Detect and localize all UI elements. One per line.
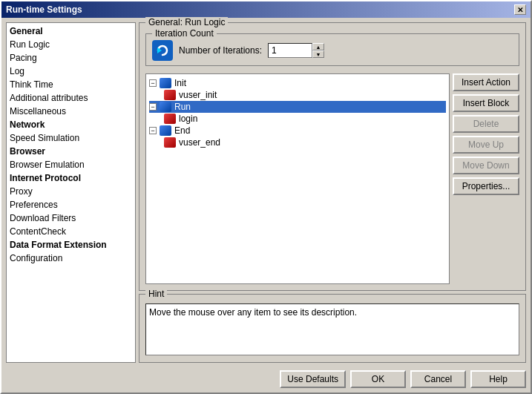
logic-tree-row-run[interactable]: − Run <box>149 101 446 113</box>
iteration-group: Iteration Count Number of Iterations: <box>145 33 519 66</box>
logic-buttons: Insert Action Insert Block Delete Move U… <box>453 73 519 284</box>
title-bar-buttons: ✕ <box>514 4 526 15</box>
init-label: Init <box>174 78 186 88</box>
sidebar-item-proxy[interactable]: Proxy <box>7 185 135 198</box>
logic-tree[interactable]: − Init vuser_init − <box>145 73 450 284</box>
main-window: Run-time Settings ✕ General Run Logic Pa… <box>0 0 532 394</box>
sidebar-item-network[interactable]: Network <box>7 118 135 131</box>
hint-group: Hint Move the mouse over any item to see… <box>139 294 526 363</box>
sidebar-item-preferences[interactable]: Preferences <box>7 198 135 211</box>
logic-tree-row-end[interactable]: − End <box>149 125 446 137</box>
title-bar: Run-time Settings ✕ <box>1 1 531 18</box>
sidebar-item-general[interactable]: General <box>7 24 135 38</box>
init-block-icon <box>160 78 171 88</box>
window-title: Run-time Settings <box>6 4 82 15</box>
sidebar-item-data-format-extension[interactable]: Data Format Extension <box>7 238 135 252</box>
run-label: Run <box>174 102 191 112</box>
sidebar-item-internet-protocol[interactable]: Internet Protocol <box>7 171 135 185</box>
sidebar-item-miscellaneous[interactable]: Miscellaneous <box>7 105 135 118</box>
delete-button[interactable]: Delete <box>453 115 519 133</box>
iteration-row: Number of Iterations: ▲ ▼ <box>152 40 513 61</box>
insert-action-button[interactable]: Insert Action <box>453 73 519 91</box>
hint-textarea: Move the mouse over any item to see its … <box>145 303 519 355</box>
vuser-end-icon <box>164 137 176 148</box>
properties-button[interactable]: Properties... <box>453 177 519 195</box>
svg-rect-0 <box>152 40 173 61</box>
logic-tree-row-login[interactable]: login <box>149 113 446 125</box>
logic-tree-row-init[interactable]: − Init <box>149 77 446 89</box>
close-button[interactable]: ✕ <box>514 4 526 15</box>
bottom-buttons: Use Defaults OK Cancel Help <box>6 367 526 388</box>
iterations-label: Number of Iterations: <box>179 45 262 56</box>
window-body: General Run Logic Pacing Log Think Time … <box>1 18 531 393</box>
iterations-input[interactable] <box>268 43 312 58</box>
move-up-button[interactable]: Move Up <box>453 136 519 154</box>
sidebar-item-browser-emulation[interactable]: Browser Emulation <box>7 158 135 171</box>
spinner-up[interactable]: ▲ <box>312 43 324 50</box>
hint-group-title: Hint <box>145 289 167 299</box>
iteration-group-title: Iteration Count <box>152 28 217 39</box>
run-logic-title: General: Run Logic <box>145 17 228 27</box>
vuser-end-label: vuser_end <box>179 137 220 148</box>
sidebar-item-pacing[interactable]: Pacing <box>7 51 135 65</box>
left-panel-tree: General Run Logic Pacing Log Think Time … <box>6 22 136 363</box>
end-block-icon <box>160 125 171 136</box>
expand-init-icon[interactable]: − <box>149 79 157 87</box>
run-block-icon <box>160 102 171 112</box>
sidebar-item-contentcheck[interactable]: ContentCheck <box>7 225 135 238</box>
sidebar-item-run-logic[interactable]: Run Logic <box>7 38 135 51</box>
login-icon <box>164 114 176 124</box>
right-panel: General: Run Logic Iteration Count <box>139 22 526 363</box>
expand-run-icon[interactable]: − <box>149 103 157 111</box>
insert-block-button[interactable]: Insert Block <box>453 94 519 112</box>
iteration-logo-icon <box>152 40 173 61</box>
run-logic-group: General: Run Logic Iteration Count <box>139 22 526 291</box>
ok-button[interactable]: OK <box>350 370 406 388</box>
logic-area: − Init vuser_init − <box>145 73 519 284</box>
sidebar-item-log[interactable]: Log <box>7 65 135 78</box>
use-defaults-button[interactable]: Use Defaults <box>280 370 346 388</box>
vuser-init-label: vuser_init <box>179 90 217 100</box>
spinner-down[interactable]: ▼ <box>312 50 324 58</box>
vuser-init-icon <box>164 90 176 100</box>
sidebar-item-think-time[interactable]: Think Time <box>7 78 135 91</box>
sidebar-item-download-filters[interactable]: Download Filters <box>7 211 135 225</box>
sidebar-item-speed-simulation[interactable]: Speed Simulation <box>7 131 135 145</box>
main-content: General Run Logic Pacing Log Think Time … <box>6 22 526 363</box>
cancel-button[interactable]: Cancel <box>410 370 466 388</box>
end-label: End <box>174 125 190 136</box>
sidebar-item-configuration[interactable]: Configuration <box>7 252 135 265</box>
expand-end-icon[interactable]: − <box>149 127 157 134</box>
login-label: login <box>179 114 197 124</box>
sidebar-item-additional-attributes[interactable]: Additional attributes <box>7 91 135 105</box>
sidebar-item-browser[interactable]: Browser <box>7 145 135 158</box>
logic-tree-row-vuser-init[interactable]: vuser_init <box>149 89 446 101</box>
iterations-input-wrap: ▲ ▼ <box>268 43 324 58</box>
iterations-spinner: ▲ ▼ <box>312 43 324 58</box>
help-button[interactable]: Help <box>470 370 526 388</box>
move-down-button[interactable]: Move Down <box>453 157 519 174</box>
logic-tree-row-vuser-end[interactable]: vuser_end <box>149 137 446 148</box>
